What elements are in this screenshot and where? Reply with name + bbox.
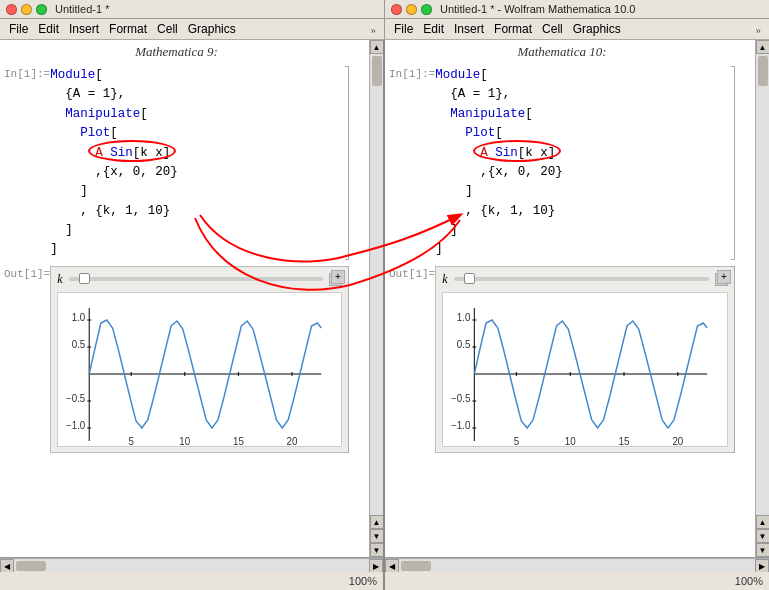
- menu-cell-right[interactable]: Cell: [537, 20, 568, 38]
- right-out-bracket: [731, 266, 735, 453]
- code-line-highlight: A Sin[k x]: [50, 144, 349, 163]
- left-notebook: Mathematica 9: In[1]:= Module[ {A = 1}, …: [0, 40, 369, 557]
- tl-green-right[interactable]: [421, 4, 432, 15]
- svg-text:−1.0: −1.0: [451, 420, 471, 431]
- left-scrollbar-v[interactable]: ▲ ▲ ▼ ▼: [369, 40, 383, 557]
- left-plus-icon[interactable]: +: [331, 270, 345, 284]
- scroll-thumb-h-left[interactable]: [16, 561, 46, 571]
- left-in-label: In[1]:=: [4, 66, 50, 80]
- left-menu-bar: File Edit Insert Format Cell Graphics »: [0, 19, 385, 40]
- right-slider-track[interactable]: [454, 277, 709, 281]
- right-notebook: Mathematica 10: In[1]:= Module[ {A = 1},…: [385, 40, 755, 557]
- menu-edit-right[interactable]: Edit: [418, 20, 449, 38]
- code-line: Plot[: [435, 124, 735, 143]
- tl-yellow-right[interactable]: [406, 4, 417, 15]
- svg-text:1.0: 1.0: [72, 312, 86, 323]
- code-line: ]: [435, 240, 735, 259]
- scroll-page-down-left[interactable]: ▼: [370, 529, 384, 543]
- right-slider-thumb[interactable]: [464, 273, 475, 284]
- right-graph-area: 1.0 0.5 −0.5 −1.0 5 10 15 20: [442, 292, 728, 447]
- right-input-cell: In[1]:= Module[ {A = 1}, Manipulate[ Plo…: [389, 66, 735, 260]
- left-traffic-lights: [6, 4, 47, 15]
- menu-cell-left[interactable]: Cell: [152, 20, 183, 38]
- scroll-thumb-right[interactable]: [758, 56, 768, 86]
- tl-red-left[interactable]: [6, 4, 17, 15]
- code-line: ]: [50, 240, 349, 259]
- right-panel: Mathematica 10: In[1]:= Module[ {A = 1},…: [385, 40, 769, 557]
- left-out-bracket: [345, 266, 349, 453]
- menu-expand-left[interactable]: »: [367, 23, 381, 35]
- menu-edit-left[interactable]: Edit: [33, 20, 64, 38]
- svg-text:5: 5: [514, 436, 520, 447]
- svg-text:−0.5: −0.5: [451, 393, 471, 404]
- svg-text:1.0: 1.0: [457, 312, 471, 323]
- scroll-thumb-left[interactable]: [372, 56, 382, 86]
- left-out-label: Out[1]=: [4, 266, 50, 280]
- menu-file-left[interactable]: File: [4, 20, 33, 38]
- menu-expand-right[interactable]: »: [752, 23, 766, 35]
- left-graph-area: 1.0 0.5 −0.5 −1.0 5 10 15 20: [57, 292, 342, 447]
- svg-text:−1.0: −1.0: [66, 420, 86, 431]
- right-window-title: Untitled-1 * - Wolfram Mathematica 10.0: [440, 3, 635, 15]
- menu-insert-right[interactable]: Insert: [449, 20, 489, 38]
- svg-text:−0.5: −0.5: [66, 393, 86, 404]
- code-line: , {k, 1, 10}: [50, 202, 349, 221]
- left-slider-label: k: [57, 272, 62, 287]
- scroll-right-left[interactable]: ▶: [369, 559, 383, 573]
- scroll-up-left[interactable]: ▲: [370, 40, 384, 54]
- right-code-line-highlight: A Sin[k x]: [435, 144, 735, 163]
- scroll-left-right[interactable]: ◀: [385, 559, 399, 573]
- code-line: ]: [50, 221, 349, 240]
- right-menu-bar: File Edit Insert Format Cell Graphics »: [385, 19, 769, 40]
- menu-file-right[interactable]: File: [389, 20, 418, 38]
- menu-format-right[interactable]: Format: [489, 20, 537, 38]
- menu-insert-left[interactable]: Insert: [64, 20, 104, 38]
- scroll-left-left[interactable]: ◀: [0, 559, 14, 573]
- code-line: ,{x, 0, 20}: [50, 163, 349, 182]
- menu-graphics-left[interactable]: Graphics: [183, 20, 241, 38]
- code-line: ]: [50, 182, 349, 201]
- right-plot-svg: 1.0 0.5 −0.5 −1.0 5 10 15 20: [443, 293, 727, 447]
- scroll-page-up-right[interactable]: ▲: [756, 515, 770, 529]
- scroll-up-right[interactable]: ▲: [756, 40, 770, 54]
- menu-format-left[interactable]: Format: [104, 20, 152, 38]
- right-bottom: ◀ ▶ 100%: [385, 558, 769, 590]
- right-code-block[interactable]: Module[ {A = 1}, Manipulate[ Plot[ A Sin…: [435, 66, 735, 260]
- left-slider-row: k ⊞: [57, 272, 342, 287]
- scroll-down-left[interactable]: ▼: [370, 543, 384, 557]
- svg-text:20: 20: [673, 436, 684, 447]
- code-line: {A = 1},: [435, 85, 735, 104]
- tl-red-right[interactable]: [391, 4, 402, 15]
- scroll-thumb-h-right[interactable]: [401, 561, 431, 571]
- right-title-bar: Untitled-1 * - Wolfram Mathematica 10.0: [385, 0, 769, 19]
- left-plot-svg: 1.0 0.5 −0.5 −1.0 5 10 15 20: [58, 293, 341, 447]
- right-in-label: In[1]:=: [389, 66, 435, 80]
- tl-green-left[interactable]: [36, 4, 47, 15]
- right-slider-label: k: [442, 272, 447, 287]
- code-line: Plot[: [50, 124, 349, 143]
- right-plus-icon[interactable]: +: [717, 270, 731, 284]
- left-window-title: Untitled-1 *: [55, 3, 109, 15]
- scroll-page-up-left[interactable]: ▲: [370, 515, 384, 529]
- svg-text:5: 5: [129, 436, 135, 447]
- left-manipulate-box: + k ⊞: [50, 266, 349, 453]
- svg-text:10: 10: [565, 436, 576, 447]
- scroll-right-right[interactable]: ▶: [755, 559, 769, 573]
- right-scrollbar-v[interactable]: ▲ ▲ ▼ ▼: [755, 40, 769, 557]
- tl-yellow-left[interactable]: [21, 4, 32, 15]
- scroll-page-down-right[interactable]: ▼: [756, 529, 770, 543]
- menu-graphics-right[interactable]: Graphics: [568, 20, 626, 38]
- left-slider-thumb[interactable]: [79, 273, 90, 284]
- svg-text:20: 20: [287, 436, 298, 447]
- left-bottom: ◀ ▶ 100%: [0, 558, 385, 590]
- left-cell-bracket: [345, 66, 349, 260]
- left-slider-track[interactable]: [69, 277, 323, 281]
- left-output-cell: Out[1]= + k ⊞: [4, 266, 349, 453]
- svg-text:15: 15: [233, 436, 244, 447]
- right-zoom: 100%: [735, 575, 763, 587]
- right-output-cell: Out[1]= + k ⊞: [389, 266, 735, 453]
- left-code-block[interactable]: Module[ {A = 1}, Manipulate[ Plot[ A Sin…: [50, 66, 349, 260]
- right-out-label: Out[1]=: [389, 266, 435, 280]
- code-line: Manipulate[: [435, 105, 735, 124]
- scroll-down-right[interactable]: ▼: [756, 543, 770, 557]
